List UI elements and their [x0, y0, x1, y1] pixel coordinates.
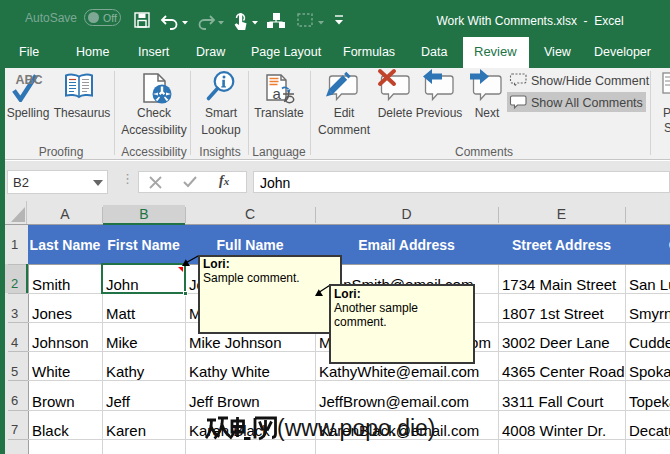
svg-text:a: a [273, 85, 282, 102]
svg-text:ABC: ABC [15, 73, 42, 87]
